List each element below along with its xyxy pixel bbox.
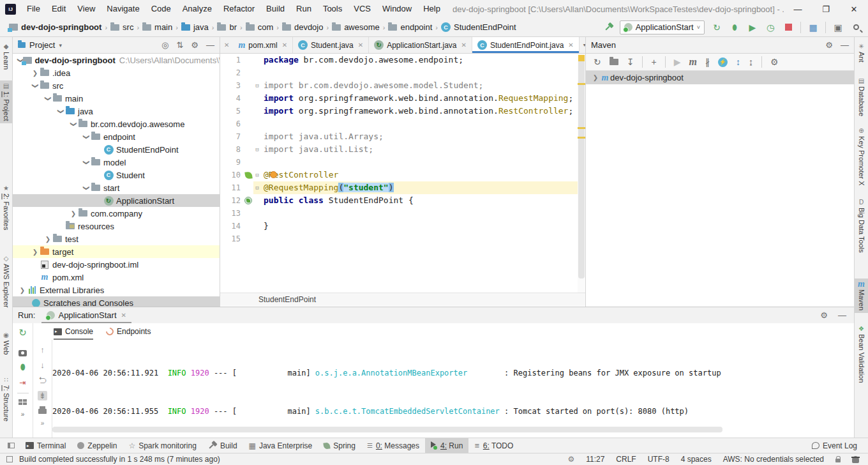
maven-project-row[interactable]: ❯ m dev-dojo-springboot bbox=[586, 71, 854, 84]
console-output[interactable]: 2020-04-06 20:56:11.921 INFO 1920 --- [ … bbox=[52, 340, 849, 423]
intention-bulb-icon[interactable] bbox=[270, 171, 277, 178]
add-maven-project-icon[interactable]: + bbox=[651, 57, 656, 67]
toolbar-todo[interactable]: ≣6: TODO bbox=[468, 438, 519, 454]
toolwindow-switcher-icon[interactable] bbox=[8, 443, 15, 448]
minimize-button[interactable]: — bbox=[784, 0, 812, 18]
close-icon[interactable]: ✕ bbox=[461, 42, 467, 49]
tree-row-test[interactable]: ❯test bbox=[13, 232, 220, 245]
maximize-button[interactable]: ❐ bbox=[812, 0, 840, 18]
spring-gutter-icon[interactable] bbox=[244, 171, 252, 179]
search-everywhere-icon[interactable] bbox=[850, 22, 862, 33]
background-tasks-icon[interactable]: ⚙ bbox=[567, 455, 574, 464]
toolwindow-toggle-icon[interactable] bbox=[6, 456, 13, 462]
run-configuration-combo[interactable]: ApplicationStart ˅ bbox=[620, 20, 705, 34]
breadcrumb-class-name[interactable]: StudentEndPoint bbox=[258, 295, 316, 304]
expand-arrow-icon[interactable]: ❯ bbox=[57, 107, 64, 116]
skip-tests-icon[interactable]: ∦ bbox=[705, 57, 710, 67]
hide-panel-icon[interactable]: — bbox=[206, 40, 214, 50]
stripe-project[interactable]: ▤1: Project bbox=[0, 80, 12, 123]
menu-build[interactable]: Build bbox=[260, 0, 290, 18]
menu-vcs[interactable]: VCS bbox=[348, 0, 377, 18]
soft-wrap-icon[interactable]: ⮌ bbox=[38, 376, 47, 385]
stripe-database[interactable]: ▤Database bbox=[855, 75, 868, 119]
thread-dump-icon[interactable] bbox=[19, 350, 27, 356]
spring-bean-gutter-icon[interactable] bbox=[244, 197, 252, 204]
breadcrumb-br[interactable]: br bbox=[216, 22, 238, 32]
breadcrumb-awesome[interactable]: awesome bbox=[331, 22, 381, 32]
tree-row-model[interactable]: ❯model bbox=[13, 156, 220, 169]
console-horizontal-scrollbar[interactable] bbox=[52, 427, 722, 432]
collapse-arrow-icon[interactable]: ❯ bbox=[69, 210, 78, 217]
collapse-arrow-icon[interactable]: ❯ bbox=[31, 248, 40, 255]
warning-stripe-mark[interactable] bbox=[578, 137, 585, 139]
stripe-aws-explorer[interactable]: ◇AWS Explorer bbox=[0, 253, 12, 310]
warning-stripe-mark[interactable] bbox=[578, 83, 585, 85]
expand-arrow-icon[interactable]: ❯ bbox=[70, 119, 77, 128]
inspection-status-icon[interactable] bbox=[578, 55, 585, 61]
stripe-key-promoter[interactable]: ⊕Key Promoter X bbox=[855, 125, 868, 188]
expand-all-icon[interactable]: ↕ bbox=[736, 57, 740, 67]
tree-row-applicationstart-selected[interactable]: ↻ApplicationStart bbox=[13, 194, 220, 207]
down-stack-icon[interactable]: ↓ bbox=[40, 360, 45, 370]
menu-help[interactable]: Help bbox=[417, 0, 446, 18]
run-anything-icon[interactable]: ▣ bbox=[832, 22, 844, 33]
stripe-favorites[interactable]: ★2: Favorites bbox=[0, 183, 12, 232]
close-icon[interactable]: ✕ bbox=[568, 42, 573, 49]
tree-row-src[interactable]: ❯src bbox=[13, 79, 220, 92]
menu-code[interactable]: Code bbox=[146, 0, 177, 18]
maven-settings-icon[interactable]: ⚙ bbox=[770, 57, 779, 67]
menu-refactor[interactable]: Refactor bbox=[218, 0, 260, 18]
toolbar-terminal[interactable]: ▸Terminal bbox=[20, 438, 71, 454]
tree-row-pomxml[interactable]: mpom.xml bbox=[13, 271, 220, 284]
stripe-ant[interactable]: ✳Ant bbox=[855, 41, 868, 65]
toolbar-zeppelin[interactable]: Zeppelin bbox=[71, 438, 123, 454]
stripe-web[interactable]: ◉Web bbox=[0, 330, 12, 357]
collapse-all-icon[interactable]: ↨ bbox=[749, 57, 753, 67]
run-maven-goal-icon[interactable]: ▶ bbox=[674, 57, 681, 67]
rerun-application-icon[interactable]: ↻ bbox=[711, 22, 722, 33]
tree-row-iml[interactable]: dev-dojo-springboot.iml bbox=[13, 258, 220, 271]
up-stack-icon[interactable]: ↑ bbox=[40, 345, 45, 354]
stripe-maven[interactable]: mMaven bbox=[855, 278, 868, 313]
close-icon[interactable]: ✕ bbox=[282, 42, 287, 49]
indent-widget[interactable]: 4 spaces bbox=[681, 455, 712, 464]
offline-mode-icon[interactable]: ⚡ bbox=[718, 57, 728, 67]
build-hammer-icon[interactable] bbox=[604, 23, 613, 32]
code-area[interactable]: 1package br.com.devdojo.awesome.endpoint… bbox=[220, 54, 585, 293]
readonly-lock-icon[interactable] bbox=[835, 459, 841, 462]
expand-arrow-icon[interactable]: ❯ bbox=[83, 132, 90, 141]
tab-applicationstart-java[interactable]: ↻ApplicationStart.java✕ bbox=[369, 37, 472, 53]
run-config-tab[interactable]: ApplicationStart ✕ bbox=[41, 307, 131, 323]
breadcrumb-src[interactable]: src bbox=[109, 22, 135, 32]
close-icon[interactable]: ✕ bbox=[220, 42, 233, 49]
breadcrumb-devdojo[interactable]: devdojo bbox=[281, 22, 325, 32]
tree-row-idea[interactable]: ❯.idea bbox=[13, 66, 220, 79]
toolbar-build[interactable]: Build bbox=[202, 438, 243, 454]
tree-row-package[interactable]: ❯br.com.devdojo.awesome bbox=[13, 118, 220, 130]
expand-arrow-icon[interactable]: ❯ bbox=[83, 158, 90, 167]
toolbar-java-enterprise[interactable]: ▦Java Enterprise bbox=[243, 438, 318, 454]
breadcrumb-endpoint[interactable]: endpoint bbox=[387, 22, 433, 32]
breadcrumb-com[interactable]: com bbox=[244, 22, 275, 32]
menu-analyze[interactable]: Analyze bbox=[177, 0, 218, 18]
stripe-learn[interactable]: ◆Learn bbox=[0, 41, 12, 72]
gear-icon[interactable]: ⚙ bbox=[825, 40, 833, 50]
menu-file[interactable]: File bbox=[21, 0, 46, 18]
scroll-to-end-icon[interactable]: ⇟ bbox=[38, 391, 47, 400]
print-icon[interactable] bbox=[38, 409, 47, 414]
expand-arrow-icon[interactable]: ❯ bbox=[32, 81, 39, 90]
menu-window[interactable]: Window bbox=[377, 0, 417, 18]
menu-edit[interactable]: Edit bbox=[46, 0, 71, 18]
menu-navigate[interactable]: Navigate bbox=[101, 0, 145, 18]
tab-console[interactable]: ▸Console bbox=[54, 323, 93, 340]
stop-icon[interactable] bbox=[782, 22, 794, 33]
expand-arrow-icon[interactable]: ❯ bbox=[45, 94, 52, 103]
expand-arrow-icon[interactable]: ❯ bbox=[83, 183, 90, 192]
collapse-arrow-icon[interactable]: ❯ bbox=[31, 70, 40, 77]
toolbar-spring[interactable]: Spring bbox=[318, 438, 361, 454]
toolbar-spark-monitoring[interactable]: ☆Spark monitoring bbox=[123, 438, 202, 454]
attach-debugger-icon[interactable]: ⬮ bbox=[20, 362, 25, 372]
reimport-icon[interactable]: ↻ bbox=[594, 57, 601, 67]
toolbar-run[interactable]: 4: Run bbox=[425, 438, 468, 454]
menu-view[interactable]: View bbox=[71, 0, 101, 18]
